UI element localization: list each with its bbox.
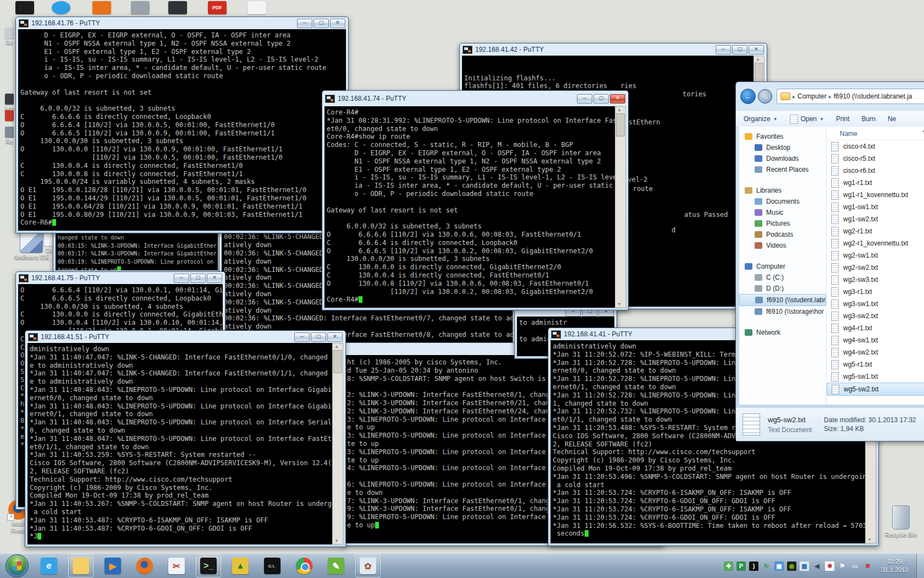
- tray-audio[interactable]: ): [749, 561, 758, 571]
- sidebar-group-libraries[interactable]: Libraries: [739, 185, 826, 196]
- minimize-button[interactable]: ─: [577, 94, 592, 103]
- tray-volume[interactable]: ◀: [812, 561, 822, 571]
- explorer-window[interactable]: ← → ▸ Computer ▸ f6910 (\\student.labran…: [735, 81, 924, 441]
- breadcrumb-path[interactable]: f6910 (\\student.labranet.ja: [834, 92, 912, 100]
- taskbar-winscp[interactable]: ▲: [228, 554, 253, 577]
- tray-colors[interactable]: ✱: [825, 561, 834, 571]
- taskbar-clock[interactable]: 11:29 31.1.2013: [877, 558, 913, 574]
- window-titlebar[interactable]: 192.168.41.51 - PuTTY ─▢✕: [25, 331, 345, 343]
- tray-display[interactable]: ▦: [800, 561, 809, 571]
- window-titlebar[interactable]: 192.168.41.75 - PuTTY ─▢✕: [16, 272, 225, 284]
- file-row[interactable]: wg3-sw2.txt: [827, 310, 924, 322]
- minimize-button[interactable]: ─: [294, 332, 310, 342]
- toolbar-print[interactable]: Print: [836, 115, 850, 123]
- minimize-button[interactable]: ─: [174, 274, 189, 283]
- window-titlebar[interactable]: 192.168.41.42 - PuTTY ─▢✕: [460, 43, 767, 56]
- window-titlebar[interactable]: 192.168.41.74 - PuTTY ─▢✕: [322, 91, 628, 106]
- putty-window-41-74-active[interactable]: 192.168.41.74 - PuTTY ─▢✕ Core-R4#*Jan 3…: [322, 90, 629, 310]
- close-button[interactable]: ✕: [207, 274, 222, 283]
- breadcrumb-computer[interactable]: Computer: [798, 92, 827, 100]
- tray-p[interactable]: P: [736, 561, 746, 571]
- minimize-button[interactable]: ─: [716, 45, 731, 54]
- tray-nvidia[interactable]: ◉: [787, 561, 796, 571]
- toolbar-burn[interactable]: Burn: [862, 115, 876, 123]
- desktop-icon-top[interactable]: [52, 1, 70, 14]
- file-row[interactable]: cisco-r4.txt: [827, 140, 924, 152]
- sidebar-item-pictures[interactable]: Pictures: [739, 218, 826, 229]
- terminal-content[interactable]: D - EIGRP, EX - EIGRP external, O - OSPF…: [18, 29, 346, 231]
- file-row[interactable]: wg2-sw1.txt: [827, 249, 924, 261]
- maximize-button[interactable]: ▢: [314, 19, 329, 28]
- file-row[interactable]: wg4-sw2.txt: [827, 346, 924, 358]
- sidebar-item-music[interactable]: Music: [739, 207, 826, 218]
- taskbar-putty[interactable]: >_: [196, 554, 221, 577]
- taskbar-notepadpp[interactable]: ✎: [323, 554, 349, 577]
- minimize-button[interactable]: ─: [297, 19, 312, 28]
- file-row[interactable]: wg2-r1_kovennettu.txt: [827, 237, 924, 249]
- sidebar-item-f6910-storage-hor[interactable]: f6910 (\\storage\hor: [739, 306, 826, 317]
- sidebar-item-documents[interactable]: Documents: [739, 196, 826, 207]
- scrollbar[interactable]: [332, 343, 343, 544]
- sidebar-group-favorites[interactable]: Favorites: [739, 131, 826, 142]
- address-bar[interactable]: ▸ Computer ▸ f6910 (\\student.labranet.j…: [777, 89, 924, 104]
- desktop-icon-top[interactable]: [15, 1, 34, 14]
- sidebar-item-podcasts[interactable]: Podcasts: [739, 229, 826, 240]
- desktop-icon-top[interactable]: [248, 1, 266, 14]
- maximize-button[interactable]: ▢: [311, 332, 326, 342]
- taskbar-firefox[interactable]: [132, 554, 157, 577]
- toolbar-open[interactable]: Open▼: [790, 114, 824, 124]
- sidebar-group-computer[interactable]: Computer: [739, 261, 826, 272]
- taskbar-explorer[interactable]: [68, 554, 94, 577]
- file-row[interactable]: wg5-sw1.txt: [827, 370, 924, 383]
- taskbar-wmp[interactable]: ▶: [100, 554, 125, 577]
- file-row[interactable]: wg5-sw2.txt: [827, 383, 924, 396]
- window-titlebar[interactable]: 192.168.41.76 - PuTTY ─▢✕: [16, 17, 348, 29]
- desktop-icon-top[interactable]: [131, 1, 150, 14]
- taskbar-chrome[interactable]: [292, 554, 317, 577]
- start-button[interactable]: [6, 554, 29, 577]
- tray-network[interactable]: ▭: [850, 561, 860, 571]
- terminal-content[interactable]: dministratively down*Jan 31 11:40:47.047…: [28, 343, 333, 544]
- sidebar-item-f6910-student-labr[interactable]: f6910 (\\student.labr: [739, 294, 826, 306]
- sidebar-item-d-d-[interactable]: D (D:): [739, 283, 826, 294]
- sidebar-item-desktop[interactable]: Desktop: [739, 142, 826, 153]
- file-row[interactable]: wg1-sw2.txt: [827, 213, 924, 225]
- file-row[interactable]: wg1-sw1.txt: [827, 201, 924, 213]
- file-row[interactable]: cisco-r5.txt: [827, 152, 924, 165]
- sidebar-group-network[interactable]: Network: [739, 327, 826, 338]
- file-row[interactable]: wg4-r1.txt: [827, 322, 924, 334]
- tray-flag[interactable]: ⚑: [838, 561, 847, 571]
- tray-muted[interactable]: ✖: [863, 561, 872, 571]
- toolbar-ne[interactable]: Ne: [888, 115, 896, 123]
- close-button[interactable]: ✕: [330, 19, 345, 28]
- tray-windows[interactable]: ▣: [774, 561, 784, 571]
- putty-window-41-76[interactable]: 192.168.41.76 - PuTTY ─▢✕ D - EIGRP, EX …: [15, 17, 349, 233]
- tray-update[interactable]: ✚: [724, 561, 733, 571]
- close-button[interactable]: ✕: [327, 332, 343, 342]
- forward-button[interactable]: →: [758, 89, 772, 103]
- close-button[interactable]: ✕: [749, 45, 764, 54]
- maximize-button[interactable]: ▢: [732, 45, 747, 54]
- file-row[interactable]: wg3-r1.txt: [827, 286, 924, 298]
- sidebar-item-videos[interactable]: Videos: [739, 240, 826, 251]
- putty-window-41-51[interactable]: 192.168.41.51 - PuTTY ─▢✕ dministrativel…: [25, 330, 346, 547]
- file-row[interactable]: wg2-sw2.txt: [827, 261, 924, 274]
- file-row[interactable]: wg4-sw1.txt: [827, 334, 924, 346]
- close-button[interactable]: ✕: [610, 94, 625, 103]
- desktop-icon-top[interactable]: [92, 1, 111, 14]
- file-row[interactable]: wg3-sw1.txt: [827, 298, 924, 310]
- maximize-button[interactable]: ▢: [190, 274, 206, 283]
- file-row[interactable]: wg1-r1_kovennettu.txt: [827, 189, 924, 201]
- sidebar-item-recent-places[interactable]: Recent Places: [739, 164, 826, 175]
- file-row[interactable]: wg2-sw3.txt: [827, 274, 924, 286]
- scrollbar[interactable]: [615, 106, 626, 308]
- maximize-button[interactable]: ▢: [593, 94, 609, 103]
- toolbar-organize[interactable]: Organize▼: [744, 115, 778, 123]
- tray-sync[interactable]: ↻: [762, 561, 771, 571]
- show-desktop-button[interactable]: [916, 554, 924, 578]
- taskbar-ie[interactable]: e: [36, 554, 62, 577]
- desktop-icon-top[interactable]: PDF: [208, 1, 227, 14]
- file-row[interactable]: wg5-r1.txt: [827, 358, 924, 370]
- file-row[interactable]: wg2-r1.txt: [827, 225, 924, 237]
- taskbar-snipping[interactable]: ✂: [164, 554, 189, 577]
